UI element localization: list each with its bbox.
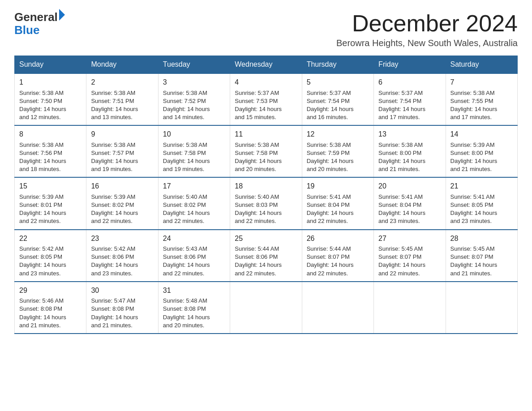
sunrise-info: Sunrise: 5:38 AMSunset: 7:59 PMDaylight:… <box>307 141 354 173</box>
day-number: 31 <box>163 286 225 295</box>
calendar-cell: 10Sunrise: 5:38 AMSunset: 7:58 PMDayligh… <box>158 125 230 177</box>
sunrise-info: Sunrise: 5:37 AMSunset: 7:54 PMDaylight:… <box>307 90 354 121</box>
page-subtitle: Berowra Heights, New South Wales, Austra… <box>336 38 518 48</box>
calendar-cell <box>374 282 446 334</box>
week-row-1: 1Sunrise: 5:38 AMSunset: 7:50 PMDaylight… <box>15 73 518 125</box>
calendar-cell: 31Sunrise: 5:48 AMSunset: 8:08 PMDayligh… <box>158 282 230 334</box>
calendar-cell: 26Sunrise: 5:44 AMSunset: 8:07 PMDayligh… <box>302 230 373 282</box>
weekday-header-friday: Friday <box>374 56 446 74</box>
sunrise-info: Sunrise: 5:41 AMSunset: 8:04 PMDaylight:… <box>307 193 354 225</box>
day-number: 15 <box>19 181 82 191</box>
day-number: 8 <box>19 129 82 139</box>
day-number: 4 <box>235 77 297 87</box>
calendar-cell: 5Sunrise: 5:37 AMSunset: 7:54 PMDaylight… <box>302 73 373 125</box>
sunrise-info: Sunrise: 5:38 AMSunset: 7:55 PMDaylight:… <box>450 90 498 121</box>
calendar-cell: 14Sunrise: 5:39 AMSunset: 8:00 PMDayligh… <box>446 125 517 177</box>
calendar-cell: 24Sunrise: 5:43 AMSunset: 8:06 PMDayligh… <box>158 230 230 282</box>
sunrise-info: Sunrise: 5:37 AMSunset: 7:54 PMDaylight:… <box>378 90 425 121</box>
sunrise-info: Sunrise: 5:47 AMSunset: 8:08 PMDaylight:… <box>91 297 138 329</box>
day-number: 5 <box>307 77 369 87</box>
calendar-cell: 27Sunrise: 5:45 AMSunset: 8:07 PMDayligh… <box>374 230 446 282</box>
day-number: 19 <box>307 181 369 191</box>
logo-general: General <box>14 11 58 24</box>
sunrise-info: Sunrise: 5:39 AMSunset: 8:02 PMDaylight:… <box>91 193 138 225</box>
calendar-cell <box>302 282 373 334</box>
day-number: 12 <box>307 129 369 139</box>
sunrise-info: Sunrise: 5:37 AMSunset: 7:53 PMDaylight:… <box>235 90 282 121</box>
sunrise-info: Sunrise: 5:38 AMSunset: 8:00 PMDaylight:… <box>378 141 425 173</box>
weekday-header-monday: Monday <box>86 56 158 74</box>
sunrise-info: Sunrise: 5:43 AMSunset: 8:06 PMDaylight:… <box>163 245 210 277</box>
day-number: 16 <box>91 181 153 191</box>
sunrise-info: Sunrise: 5:38 AMSunset: 7:58 PMDaylight:… <box>235 141 282 173</box>
sunrise-info: Sunrise: 5:42 AMSunset: 8:06 PMDaylight:… <box>91 245 138 277</box>
weekday-header-row: SundayMondayTuesdayWednesdayThursdayFrid… <box>15 56 518 74</box>
calendar-cell: 13Sunrise: 5:38 AMSunset: 8:00 PMDayligh… <box>374 125 446 177</box>
day-number: 21 <box>450 181 513 191</box>
calendar-cell: 4Sunrise: 5:37 AMSunset: 7:53 PMDaylight… <box>230 73 302 125</box>
sunrise-info: Sunrise: 5:44 AMSunset: 8:06 PMDaylight:… <box>235 245 282 277</box>
day-number: 29 <box>19 286 82 295</box>
day-number: 25 <box>235 234 297 244</box>
day-number: 20 <box>378 181 441 191</box>
calendar-cell: 8Sunrise: 5:38 AMSunset: 7:56 PMDaylight… <box>15 125 86 177</box>
weekday-header-wednesday: Wednesday <box>230 56 302 74</box>
weekday-header-saturday: Saturday <box>446 56 517 74</box>
day-number: 10 <box>163 129 225 139</box>
weekday-header-sunday: Sunday <box>15 56 86 74</box>
calendar-cell: 12Sunrise: 5:38 AMSunset: 7:59 PMDayligh… <box>302 125 373 177</box>
day-number: 17 <box>163 181 225 191</box>
sunrise-info: Sunrise: 5:41 AMSunset: 8:05 PMDaylight:… <box>450 193 498 225</box>
day-number: 22 <box>19 234 82 244</box>
title-block: December 2024 Berowra Heights, New South… <box>336 11 518 48</box>
day-number: 24 <box>163 234 225 244</box>
calendar-cell: 15Sunrise: 5:39 AMSunset: 8:01 PMDayligh… <box>15 177 86 229</box>
calendar-table: SundayMondayTuesdayWednesdayThursdayFrid… <box>14 56 518 334</box>
day-number: 7 <box>450 77 513 87</box>
day-number: 2 <box>91 77 153 87</box>
sunrise-info: Sunrise: 5:38 AMSunset: 7:56 PMDaylight:… <box>19 141 66 173</box>
calendar-cell: 22Sunrise: 5:42 AMSunset: 8:05 PMDayligh… <box>15 230 86 282</box>
weekday-header-thursday: Thursday <box>302 56 373 74</box>
calendar-cell: 25Sunrise: 5:44 AMSunset: 8:06 PMDayligh… <box>230 230 302 282</box>
sunrise-info: Sunrise: 5:48 AMSunset: 8:08 PMDaylight:… <box>163 297 210 329</box>
calendar-cell: 1Sunrise: 5:38 AMSunset: 7:50 PMDaylight… <box>15 73 86 125</box>
logo-blue: Blue <box>14 24 65 37</box>
calendar-cell: 17Sunrise: 5:40 AMSunset: 8:02 PMDayligh… <box>158 177 230 229</box>
week-row-2: 8Sunrise: 5:38 AMSunset: 7:56 PMDaylight… <box>15 125 518 177</box>
calendar-cell: 20Sunrise: 5:41 AMSunset: 8:04 PMDayligh… <box>374 177 446 229</box>
weekday-header-tuesday: Tuesday <box>158 56 230 74</box>
sunrise-info: Sunrise: 5:38 AMSunset: 7:58 PMDaylight:… <box>163 141 210 173</box>
sunrise-info: Sunrise: 5:46 AMSunset: 8:08 PMDaylight:… <box>19 297 66 329</box>
sunrise-info: Sunrise: 5:42 AMSunset: 8:05 PMDaylight:… <box>19 245 66 277</box>
page-title: December 2024 <box>336 11 518 36</box>
day-number: 18 <box>235 181 297 191</box>
sunrise-info: Sunrise: 5:38 AMSunset: 7:50 PMDaylight:… <box>19 90 66 121</box>
day-number: 26 <box>307 234 369 244</box>
sunrise-info: Sunrise: 5:39 AMSunset: 8:01 PMDaylight:… <box>19 193 66 225</box>
logo-triangle-icon <box>59 9 65 21</box>
calendar-cell: 19Sunrise: 5:41 AMSunset: 8:04 PMDayligh… <box>302 177 373 229</box>
calendar-cell: 11Sunrise: 5:38 AMSunset: 7:58 PMDayligh… <box>230 125 302 177</box>
sunrise-info: Sunrise: 5:45 AMSunset: 8:07 PMDaylight:… <box>450 245 498 277</box>
sunrise-info: Sunrise: 5:38 AMSunset: 7:51 PMDaylight:… <box>91 90 138 121</box>
calendar-cell: 16Sunrise: 5:39 AMSunset: 8:02 PMDayligh… <box>86 177 158 229</box>
calendar-cell <box>446 282 517 334</box>
sunrise-info: Sunrise: 5:40 AMSunset: 8:03 PMDaylight:… <box>235 193 282 225</box>
sunrise-info: Sunrise: 5:38 AMSunset: 7:57 PMDaylight:… <box>91 141 138 173</box>
week-row-4: 22Sunrise: 5:42 AMSunset: 8:05 PMDayligh… <box>15 230 518 282</box>
sunrise-info: Sunrise: 5:44 AMSunset: 8:07 PMDaylight:… <box>307 245 354 277</box>
day-number: 9 <box>91 129 153 139</box>
week-row-3: 15Sunrise: 5:39 AMSunset: 8:01 PMDayligh… <box>15 177 518 229</box>
calendar-cell: 2Sunrise: 5:38 AMSunset: 7:51 PMDaylight… <box>86 73 158 125</box>
sunrise-info: Sunrise: 5:45 AMSunset: 8:07 PMDaylight:… <box>378 245 425 277</box>
day-number: 27 <box>378 234 441 244</box>
calendar-cell: 29Sunrise: 5:46 AMSunset: 8:08 PMDayligh… <box>15 282 86 334</box>
sunrise-info: Sunrise: 5:41 AMSunset: 8:04 PMDaylight:… <box>378 193 425 225</box>
week-row-5: 29Sunrise: 5:46 AMSunset: 8:08 PMDayligh… <box>15 282 518 334</box>
day-number: 1 <box>19 77 82 87</box>
calendar-cell: 7Sunrise: 5:38 AMSunset: 7:55 PMDaylight… <box>446 73 517 125</box>
calendar-cell: 30Sunrise: 5:47 AMSunset: 8:08 PMDayligh… <box>86 282 158 334</box>
day-number: 3 <box>163 77 225 87</box>
calendar-cell: 18Sunrise: 5:40 AMSunset: 8:03 PMDayligh… <box>230 177 302 229</box>
